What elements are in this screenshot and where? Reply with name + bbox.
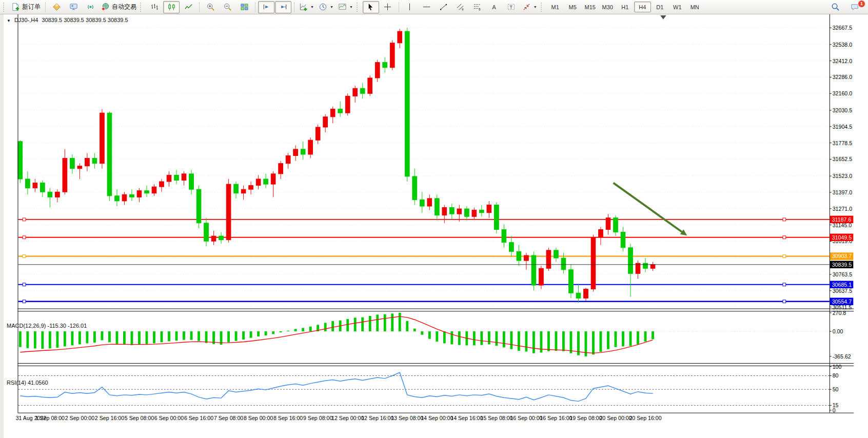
line-chart-button[interactable] [180,1,196,13]
candle-body [152,187,156,193]
timeframe-M15[interactable]: M15 [582,2,599,12]
chart-shift-button[interactable] [275,1,291,13]
zoom-in-button[interactable] [202,1,219,13]
axis-tick-label: 32160.0 [833,90,852,96]
timeframe-M5[interactable]: M5 [564,2,581,12]
time-axis-label: 14 Sep 16:00 [450,415,483,421]
macd-histogram-bar [198,331,200,341]
time-axis-label: 2 Sep 00:00 [65,415,94,421]
line-handle[interactable] [783,283,786,286]
axis-tick-label: 31523.0 [833,173,852,179]
chart-canvas[interactable]: 32667.532538.032412.032286.032160.032030… [0,14,868,438]
tile-windows-button[interactable] [236,1,252,13]
crosshair-icon [383,3,392,11]
timeframe-MN[interactable]: MN [686,2,703,12]
trendline-button[interactable] [436,1,452,13]
candle-body [189,174,194,189]
timeframe-D1[interactable]: D1 [652,2,668,12]
line-handle[interactable] [783,236,786,239]
timeframe-W1[interactable]: W1 [669,2,686,12]
arrows-tool-icon [522,3,531,11]
candle-body [182,174,186,181]
candle-body [315,127,320,140]
dropdown-caret-icon: ▼ [330,5,333,9]
arrows-button[interactable]: ▼ [520,1,539,13]
candle-body [279,164,283,174]
timeframe-H1[interactable]: H1 [617,2,634,12]
horizontal-line-button[interactable] [419,1,435,13]
toolbar-grip[interactable] [357,3,360,12]
chart-window[interactable]: 32667.532538.032412.032286.032160.032030… [0,14,868,438]
autotrading-button[interactable]: 自动交易 [99,1,139,13]
toolbar-grip[interactable] [3,3,7,12]
timeframe-H4[interactable]: H4 [634,2,651,12]
periods-button[interactable]: ▼ [317,1,336,13]
candle-body [26,179,30,188]
line-handle[interactable] [23,218,26,221]
macd-histogram-bar [622,331,624,346]
candle-body [211,236,216,241]
chart-picture-icon [338,3,347,11]
candle-body [204,223,209,241]
candlestick-chart-button[interactable] [163,1,180,13]
drawn-arrow-object[interactable] [614,183,682,232]
ohlc-expander-triangle-icon[interactable] [7,17,11,23]
auto-scroll-button[interactable] [258,1,274,13]
line-handle[interactable] [23,255,26,258]
macd-histogram-bar [473,331,476,345]
dropdown-caret-icon: ▼ [310,5,314,9]
toolbar-separator [45,2,46,12]
line-handle[interactable] [23,300,26,303]
line-handle[interactable] [23,236,26,239]
macd-histogram-bar [629,331,632,346]
candle-body [226,184,231,240]
notifications-button[interactable]: 1 [846,1,863,13]
macd-histogram-bar [56,331,58,348]
candle-body [621,232,625,248]
signals-button[interactable] [82,1,98,13]
market-button[interactable] [48,1,65,13]
macd-histogram-bar [450,331,453,344]
chart-shift-marker-icon[interactable] [660,15,666,19]
ohlc-readout: 30839.5 30839.5 30839.5 30839.5 [42,17,128,23]
macd-histogram-bar [384,314,386,331]
label-button[interactable]: T [503,1,520,13]
channel-button[interactable]: E [452,1,469,13]
macd-histogram-bar [302,328,304,331]
macd-histogram-bar [361,317,364,331]
cursor-button[interactable] [363,1,379,13]
timeframe-M30[interactable]: M30 [599,2,616,12]
candle-body [18,142,23,179]
trendline-icon [439,3,448,11]
candle-body [167,175,171,182]
toolbar-grip[interactable] [140,3,144,12]
new-order-button[interactable]: 新订单 [9,1,43,13]
macd-histogram-bar [532,331,535,353]
svg-text:A: A [492,4,497,10]
crosshair-button[interactable] [380,1,396,13]
candle-body [427,198,432,206]
templates-button[interactable]: ▼ [336,1,355,13]
bar-chart-button[interactable] [146,1,163,13]
toolbar-grip[interactable] [541,3,544,12]
line-handle[interactable] [23,283,26,286]
macd-histogram-bar [644,331,647,342]
search-button[interactable] [827,1,843,13]
line-handle[interactable] [783,218,786,221]
line-handle[interactable] [783,255,786,258]
new-chart-button[interactable]: ▼ [297,1,316,13]
zoom-out-button[interactable] [219,1,235,13]
axis-tick-label: 50 [833,386,839,392]
clock-icon [319,3,327,11]
timeframe-M1[interactable]: M1 [547,2,564,12]
price-flag-label: 31049.5 [832,234,852,241]
line-handle[interactable] [783,300,786,303]
terminal-button[interactable] [65,1,82,13]
vertical-line-button[interactable] [402,1,418,13]
macd-histogram-bar [324,323,327,331]
text-button[interactable]: A [486,1,503,13]
fibonacci-button[interactable]: F [469,1,486,13]
macd-histogram-bar [652,331,654,339]
candle-body [546,250,551,268]
macd-histogram-bar [413,329,416,331]
